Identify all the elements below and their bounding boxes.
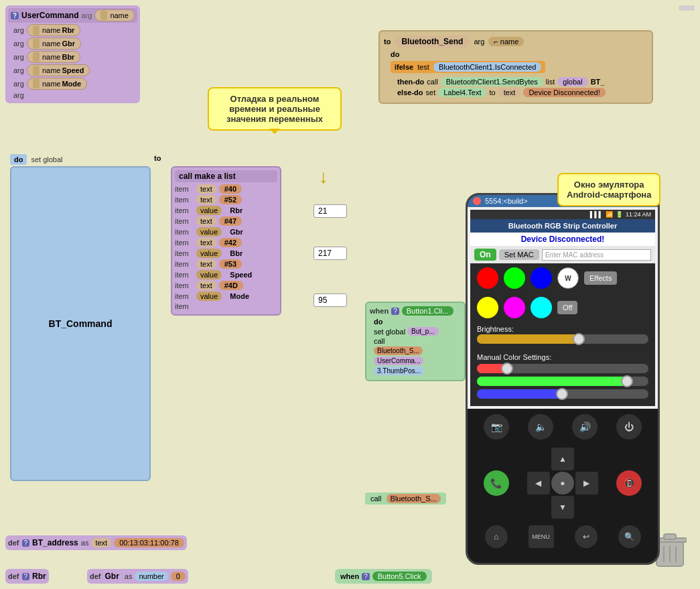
else-do-label: else-do: [397, 88, 423, 96]
button1-click-block: when ? Button1.Cli... do set global But_…: [365, 302, 466, 381]
brightness-track[interactable]: [477, 334, 648, 344]
on-button[interactable]: On: [474, 249, 496, 261]
circle-g[interactable]: [504, 267, 525, 289]
dpad-up[interactable]: ▲: [551, 448, 574, 470]
call-button[interactable]: 📞: [484, 470, 509, 496]
bt-address-type: text: [91, 538, 111, 547]
dpad-right[interactable]: ▶: [575, 472, 598, 495]
list-label: list: [546, 78, 555, 86]
vol-up-btn[interactable]: 🔊: [572, 414, 598, 440]
list-item-12: item: [175, 302, 277, 310]
value-box-2[interactable]: 217: [313, 247, 347, 260]
button1-call: call: [374, 337, 385, 345]
bt-send-header: to Bluetooth_Send arg ⌐ name: [384, 36, 648, 48]
emulator-screen: ▌▌▌ 📶 🔋 11:24 AM Bluetooth RGB Strip Con…: [468, 207, 658, 409]
red-thumb[interactable]: [501, 363, 513, 375]
search-btn[interactable]: 🔍: [618, 525, 641, 548]
list-item-3: item value Rbr: [175, 206, 277, 215]
off-button[interactable]: Off: [557, 301, 577, 314]
emulator-close-btn[interactable]: [473, 197, 481, 205]
usercommand-question-badge: ?: [11, 12, 19, 19]
end-call-button[interactable]: 📵: [616, 470, 642, 496]
circle-m[interactable]: [504, 297, 525, 318]
brightness-label: Brightness:: [477, 325, 648, 333]
circle-c[interactable]: [531, 297, 552, 318]
gbr-value: 0: [171, 572, 186, 581]
button1-call-row: call: [374, 337, 461, 345]
arg-name-bbr: name Bbr: [27, 51, 80, 63]
vol-down-btn[interactable]: 🔈: [528, 414, 553, 440]
tooltip-realtime-text: Отладка в реальном времени и реальные зн…: [226, 94, 323, 124]
dpad-down[interactable]: ▼: [551, 496, 574, 519]
rbr-def-label: def: [8, 572, 19, 580]
value-box-1[interactable]: 21: [313, 204, 347, 218]
bt-address-name: BT_address: [32, 538, 78, 547]
circle-w[interactable]: W: [557, 267, 579, 289]
camera-btn[interactable]: 📷: [484, 414, 509, 440]
gbr-type: number: [135, 572, 167, 581]
arg-name-rbr: name Rbr: [27, 24, 80, 36]
emulator-title: 5554:<build>: [485, 197, 528, 205]
emulator-tooltip-text: Окно эмулятораAndroid-смартфона: [567, 180, 651, 200]
home-btn[interactable]: ⌂: [485, 525, 508, 548]
red-slider-track[interactable]: [477, 364, 648, 373]
arg-row-bbr: arg name Bbr: [8, 51, 137, 63]
label4-pill: Label4.Text: [438, 88, 486, 97]
dpad-center[interactable]: ●: [551, 472, 574, 495]
arg-row-mode: arg name Mode: [8, 78, 137, 90]
green-slider-track[interactable]: [477, 377, 648, 386]
bluetooth-s-call-pill: Bluetooth_S...: [387, 494, 441, 503]
app-titlebar: Bluetooth RGB Strip Controller: [470, 219, 655, 233]
is-connected-pill: BluetoothClient1.IsConnected: [433, 62, 542, 72]
bt-to-label: to: [384, 38, 391, 46]
emulator-tooltip: Окно эмулятораAndroid-смартфона: [557, 173, 660, 206]
bluetooth-s-pill: Bluetooth_S...: [374, 346, 423, 355]
time: 11:24 AM: [626, 211, 651, 218]
nav-bar-top: 📷 🔈 🔊 ⏻: [468, 409, 658, 445]
else-do-row: else-do set Label4.Text to text Device D…: [397, 88, 648, 97]
button1-usercomm-row: UserComma...: [374, 356, 461, 365]
button1-bluetooth-row: Bluetooth_S...: [374, 346, 461, 355]
send-bytes-pill: BluetoothClient1.SendBytes: [441, 77, 543, 86]
circle-b[interactable]: [531, 267, 552, 289]
set-label2: set: [426, 88, 436, 96]
to-row: to: [154, 154, 161, 162]
arg-row-speed: arg name Speed: [8, 64, 137, 76]
arrow-down: ↓: [319, 166, 328, 188]
button1-set: set global: [374, 328, 405, 336]
usercommand-header: ? UserCommand arg name: [8, 8, 137, 23]
svg-rect-2: [664, 534, 676, 539]
list-item-1: item text #40: [175, 184, 277, 194]
blue-thumb[interactable]: [556, 388, 568, 400]
disconnected-text: Device Disconnected!: [470, 233, 655, 246]
wifi-icon: 📶: [606, 211, 613, 218]
global-pill: global: [557, 77, 587, 86]
back-btn[interactable]: ↩: [575, 525, 598, 548]
effects-button[interactable]: Effects: [584, 271, 617, 285]
arg-row-rbr: arg name Rbr: [8, 24, 137, 36]
circle-y[interactable]: [477, 297, 498, 318]
list-item-5: item value Gbr: [175, 227, 277, 237]
power-btn[interactable]: ⏻: [616, 414, 642, 440]
mac-input[interactable]: Enter MAC address: [542, 249, 651, 261]
value-box-3[interactable]: 95: [313, 293, 347, 307]
button1-do: do: [374, 318, 382, 326]
bluetooth-send-pill: Bluetooth_Send: [395, 36, 470, 48]
circle-r[interactable]: [477, 267, 498, 289]
list-item-7: item value Bbr: [175, 249, 277, 258]
setmac-button[interactable]: Set MAC: [499, 249, 539, 260]
emulator-window[interactable]: 5554:<build> ▌▌▌ 📶 🔋 11:24 AM Bluetooth …: [466, 193, 660, 565]
arg-name-speed: name Speed: [27, 64, 90, 76]
gbr-def-block: def Gbr as number 0: [87, 569, 188, 584]
green-thumb[interactable]: [621, 375, 633, 387]
bt-do-label: do: [391, 50, 399, 58]
color-circles-row1: W Effects: [470, 263, 655, 293]
bt-command-label: BT_Command: [49, 318, 113, 329]
button5-pill: Button5.Click: [372, 572, 427, 581]
dpad-left[interactable]: ◀: [527, 472, 550, 495]
bt-arg-label: arg: [474, 38, 484, 46]
menu-btn[interactable]: MENU: [529, 525, 554, 548]
list-item-11: item value Mode: [175, 291, 277, 301]
to-label: to: [154, 154, 161, 162]
blue-slider-track[interactable]: [477, 389, 648, 399]
